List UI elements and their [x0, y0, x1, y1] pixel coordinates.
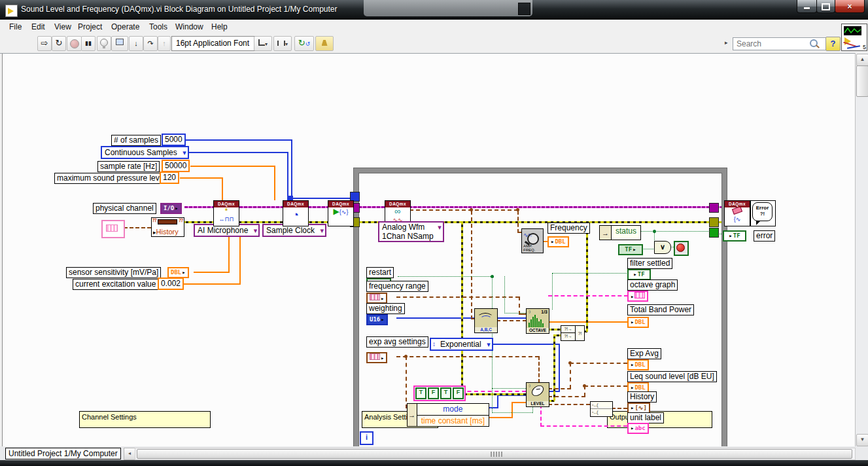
status-element[interactable]: status — [612, 226, 640, 240]
align-objects-button[interactable]: ▾ — [254, 36, 272, 51]
font-selector[interactable]: 16pt Application Font — [171, 36, 266, 51]
vertical-scroll-thumb[interactable] — [856, 65, 868, 97]
exp-avg-settings-terminal[interactable] — [366, 352, 387, 363]
daqmx-create-channel-node[interactable]: DAQmx *↔⊓⊓ — [213, 200, 239, 226]
loop-condition-terminal[interactable] — [674, 241, 689, 256]
abort-button[interactable] — [67, 36, 82, 51]
merge-errors-node[interactable]: ?!→ ?!→ ?! — [561, 325, 585, 341]
build-array-node[interactable]: ▫‥( ▫‥( — [590, 401, 613, 417]
sample-rate-label: sample rate [Hz] — [97, 161, 160, 172]
retain-wire-values-button[interactable] — [111, 36, 128, 51]
stop-button-terminal[interactable]: TF — [618, 244, 643, 255]
menu-project[interactable]: Project — [75, 22, 105, 32]
background-window[interactable] — [364, 0, 532, 16]
run-continuous-button[interactable]: ↻ — [52, 36, 66, 51]
filter-settled-terminal[interactable]: TF — [627, 269, 651, 280]
octave-graph-terminal[interactable] — [627, 291, 648, 302]
run-button[interactable]: ⇨ — [37, 36, 52, 51]
highlight-execution-button[interactable] — [97, 36, 111, 51]
daqmx-timing-node[interactable]: DAQmx ◔ — [283, 200, 309, 226]
context-help-button[interactable]: ? — [825, 37, 841, 51]
block-diagram-canvas[interactable]: i # of samples 5000 Continuous Samples s… — [2, 53, 856, 447]
time-constant-element[interactable]: time constant [ms] — [417, 416, 489, 427]
menu-view[interactable]: View — [52, 22, 74, 32]
waveform-constant-glyph — [106, 224, 118, 232]
scroll-up-button[interactable]: ▲ — [856, 54, 868, 66]
continuous-samples-enum[interactable]: Continuous Samples — [101, 146, 189, 159]
vertical-scrollbar[interactable]: ▲ ▼ — [855, 53, 868, 446]
search-input[interactable] — [733, 37, 841, 50]
frequency-range-terminal[interactable] — [366, 293, 387, 304]
loop-iteration-terminal[interactable]: i — [360, 431, 373, 445]
simple-error-handler-node[interactable]: Error?! — [750, 200, 776, 226]
unit-label-terminal[interactable]: abc — [627, 423, 649, 434]
distribute-objects-button[interactable]: ▾ — [273, 36, 292, 51]
unbundle-status-node[interactable]: → status — [599, 225, 641, 240]
thumb-grip-icon — [491, 452, 502, 457]
waveform-constant[interactable] — [101, 220, 125, 238]
minimize-button[interactable] — [797, 0, 817, 13]
total-band-power-terminal[interactable]: DBL — [627, 317, 649, 328]
bool-element[interactable]: F — [428, 387, 439, 399]
menu-file[interactable]: File — [7, 22, 24, 32]
start-icon: ▶ — [334, 207, 339, 216]
local-flag-icon: ⁇ — [179, 218, 183, 223]
step-over-button[interactable]: ↷ — [143, 36, 158, 51]
maximize-button[interactable] — [816, 0, 835, 13]
daqmx-start-task-node[interactable]: DAQmx ▶{∿} — [328, 200, 354, 226]
menu-edit[interactable]: Edit — [29, 22, 48, 32]
menu-window[interactable]: Window — [173, 22, 206, 32]
search-splitter-icon[interactable]: ▸ — [725, 39, 728, 46]
clean-up-diagram-button[interactable] — [315, 36, 334, 51]
physical-channel-terminal[interactable]: I/O — [160, 203, 182, 214]
num-samples-constant[interactable]: 5000 — [162, 134, 186, 146]
close-button[interactable]: × — [835, 0, 865, 13]
bool-element[interactable]: T — [440, 387, 451, 399]
bool-element[interactable]: F — [453, 387, 464, 399]
max-spl-constant[interactable]: 120 — [160, 171, 179, 184]
eraser-icon — [732, 207, 742, 215]
step-out-button[interactable]: ↑ — [158, 36, 171, 51]
vi-wire-blue — [847, 45, 860, 48]
daqmx-clear-task-node[interactable]: DAQmx {∿ — [724, 200, 750, 226]
frequency-terminal[interactable]: DBL — [547, 236, 569, 247]
sensor-sensitivity-terminal[interactable]: DBL — [167, 267, 189, 278]
error-terminal[interactable]: TF — [723, 230, 746, 242]
analog-wfm-enum[interactable]: Analog Wfm 1Chan NSamp — [378, 221, 444, 242]
unbundle-settings-node[interactable]: → mode time constant [ms] — [407, 403, 489, 427]
exponential-enum[interactable]: ↕ Exponential — [430, 338, 493, 351]
horizontal-scrollbar[interactable] — [135, 448, 856, 460]
daqmx-header: DAQmx — [385, 201, 410, 207]
or-gate-node[interactable]: ∨ — [654, 241, 671, 254]
vi-icon-badge[interactable]: 5 — [841, 24, 867, 51]
horizontal-scroll-thumb[interactable] — [137, 449, 852, 459]
sound-level-node[interactable]: ·) LEVEL — [526, 382, 549, 407]
pause-button[interactable]: ▮▮ — [81, 36, 95, 51]
retain-wire-values-icon — [116, 39, 124, 45]
history-local-variable[interactable]: ⁇ ⁇ History — [151, 217, 184, 237]
abc-weighting-filter-node[interactable]: A,B,C — [474, 308, 498, 333]
octave-analysis-node[interactable]: 1/3 ·) OCTAVE — [526, 308, 549, 334]
weighting-terminal[interactable]: U16 — [366, 314, 388, 325]
step-into-button[interactable]: ↓ — [129, 36, 143, 51]
menu-operate[interactable]: Operate — [109, 22, 142, 32]
current-excitation-constant[interactable]: 0.002 — [158, 278, 184, 290]
boolean-array-constant[interactable]: T F T F — [413, 385, 466, 401]
scroll-left-icon: ◂ — [128, 450, 131, 456]
octave-caption: OCTAVE — [527, 328, 549, 333]
scroll-down-button[interactable]: ▼ — [856, 434, 868, 446]
menu-help[interactable]: Help — [209, 22, 230, 32]
bool-element[interactable]: T — [415, 387, 426, 399]
unbundle-arrow-icon: → — [408, 404, 417, 426]
execution-context-selector[interactable]: Untitled Project 1/My Computer — [5, 448, 121, 459]
exp-avg-terminal[interactable]: DBL — [627, 359, 649, 370]
reorder-button[interactable]: ↻↺ — [294, 36, 314, 51]
amplitude-frequency-node[interactable]: ∿∿ AMP.FREQ. — [521, 228, 544, 253]
sample-rate-constant[interactable]: 50000 — [162, 160, 190, 172]
menu-tools[interactable]: Tools — [147, 22, 170, 32]
window-title: Sound Level and Frequency (DAQmx).vi Blo… — [21, 5, 338, 14]
mode-element[interactable]: mode — [417, 404, 489, 416]
scroll-left-button[interactable]: ◂ — [124, 448, 135, 460]
octave-bars-icon — [529, 315, 544, 327]
tunnel-error-out — [709, 217, 719, 227]
